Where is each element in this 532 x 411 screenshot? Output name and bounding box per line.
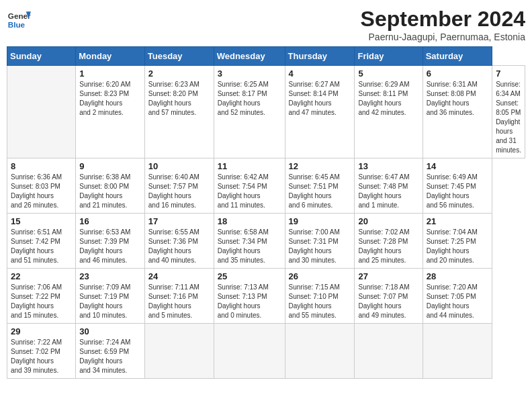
day-cell: 5 Sunrise: 6:29 AMSunset: 8:11 PMDayligh… [355, 66, 423, 158]
day-number: 21 [427, 216, 488, 226]
day-number: 25 [218, 271, 281, 281]
svg-text:Blue: Blue [8, 20, 26, 29]
day-info: Sunrise: 7:15 AMSunset: 7:10 PMDaylight … [289, 283, 351, 320]
month-year: September 2024 [361, 7, 525, 32]
weekday-header: Wednesday [214, 47, 285, 66]
weekday-header: Friday [355, 47, 423, 66]
day-number: 29 [11, 326, 72, 336]
day-number: 12 [289, 161, 351, 171]
day-number: 4 [289, 68, 351, 79]
day-info: Sunrise: 6:51 AMSunset: 7:42 PMDaylight … [11, 228, 72, 265]
day-number: 30 [79, 326, 141, 336]
day-number: 6 [427, 68, 488, 79]
day-number: 24 [148, 271, 210, 281]
day-info: Sunrise: 7:02 AMSunset: 7:28 PMDaylight … [358, 228, 418, 265]
weekday-header: Sunday [7, 47, 76, 66]
day-number: 11 [218, 161, 281, 171]
location: Paernu-Jaagupi, Paernumaa, Estonia [361, 32, 525, 42]
day-number: 15 [11, 216, 72, 226]
day-info: Sunrise: 7:22 AMSunset: 7:02 PMDaylight … [11, 338, 72, 375]
day-cell [214, 324, 285, 379]
day-cell: 6 Sunrise: 6:31 AMSunset: 8:08 PMDayligh… [423, 66, 492, 158]
day-info: Sunrise: 6:34 AMSunset: 8:05 PMDaylight … [496, 80, 521, 155]
day-info: Sunrise: 7:00 AMSunset: 7:31 PMDaylight … [289, 228, 351, 265]
day-cell: 22 Sunrise: 7:06 AMSunset: 7:22 PMDaylig… [7, 269, 76, 324]
calendar-week-row: 1 Sunrise: 6:20 AMSunset: 8:23 PMDayligh… [7, 66, 525, 158]
weekday-header: Saturday [423, 47, 492, 66]
day-number: 26 [289, 271, 351, 281]
day-cell: 27 Sunrise: 7:18 AMSunset: 7:07 PMDaylig… [355, 269, 423, 324]
day-info: Sunrise: 7:18 AMSunset: 7:07 PMDaylight … [358, 283, 418, 320]
day-number: 22 [11, 271, 72, 281]
day-cell: 21 Sunrise: 7:04 AMSunset: 7:25 PMDaylig… [423, 214, 492, 269]
day-cell [285, 324, 355, 379]
weekday-header-row: SundayMondayTuesdayWednesdayThursdayFrid… [7, 47, 525, 66]
day-info: Sunrise: 6:23 AMSunset: 8:20 PMDaylight … [148, 80, 210, 118]
day-number: 20 [358, 216, 418, 226]
day-info: Sunrise: 6:58 AMSunset: 7:34 PMDaylight … [218, 228, 281, 265]
day-number: 17 [148, 216, 210, 226]
day-number: 2 [148, 68, 210, 79]
day-cell: 17 Sunrise: 6:55 AMSunset: 7:36 PMDaylig… [144, 214, 214, 269]
day-info: Sunrise: 7:06 AMSunset: 7:22 PMDaylight … [11, 283, 72, 320]
day-number: 23 [79, 271, 141, 281]
day-cell: 29 Sunrise: 7:22 AMSunset: 7:02 PMDaylig… [7, 324, 76, 379]
day-cell: 19 Sunrise: 7:00 AMSunset: 7:31 PMDaylig… [285, 214, 355, 269]
day-info: Sunrise: 6:31 AMSunset: 8:08 PMDaylight … [427, 80, 488, 118]
logo: General Blue [7, 7, 31, 31]
day-info: Sunrise: 6:40 AMSunset: 7:57 PMDaylight … [148, 173, 210, 210]
day-cell: 4 Sunrise: 6:27 AMSunset: 8:14 PMDayligh… [285, 66, 355, 158]
page-header: General Blue September 2024 Paernu-Jaagu… [7, 7, 525, 42]
day-cell: 9 Sunrise: 6:38 AMSunset: 8:00 PMDayligh… [76, 158, 145, 214]
day-number: 28 [427, 271, 488, 281]
calendar-week-row: 8 Sunrise: 6:36 AMSunset: 8:03 PMDayligh… [7, 158, 525, 214]
day-cell: 13 Sunrise: 6:47 AMSunset: 7:48 PMDaylig… [355, 158, 423, 214]
day-cell: 2 Sunrise: 6:23 AMSunset: 8:20 PMDayligh… [144, 66, 214, 158]
day-info: Sunrise: 7:04 AMSunset: 7:25 PMDaylight … [427, 228, 488, 265]
day-info: Sunrise: 7:13 AMSunset: 7:13 PMDaylight … [218, 283, 281, 320]
day-number: 10 [148, 161, 210, 171]
weekday-header: Monday [76, 47, 145, 66]
day-cell: 24 Sunrise: 7:11 AMSunset: 7:16 PMDaylig… [144, 269, 214, 324]
empty-day-cell [7, 66, 76, 158]
day-info: Sunrise: 6:42 AMSunset: 7:54 PMDaylight … [218, 173, 281, 210]
day-cell: 26 Sunrise: 7:15 AMSunset: 7:10 PMDaylig… [285, 269, 355, 324]
day-number: 14 [427, 161, 488, 171]
day-cell: 1 Sunrise: 6:20 AMSunset: 8:23 PMDayligh… [76, 66, 145, 158]
day-cell: 12 Sunrise: 6:45 AMSunset: 7:51 PMDaylig… [285, 158, 355, 214]
day-cell: 10 Sunrise: 6:40 AMSunset: 7:57 PMDaylig… [144, 158, 214, 214]
day-cell: 30 Sunrise: 7:24 AMSunset: 6:59 PMDaylig… [76, 324, 145, 379]
day-info: Sunrise: 6:38 AMSunset: 8:00 PMDaylight … [79, 173, 141, 210]
day-info: Sunrise: 6:25 AMSunset: 8:17 PMDaylight … [218, 80, 281, 118]
day-number: 18 [218, 216, 281, 226]
day-cell: 7 Sunrise: 6:34 AMSunset: 8:05 PMDayligh… [492, 66, 525, 158]
day-cell [423, 324, 492, 379]
day-cell: 18 Sunrise: 6:58 AMSunset: 7:34 PMDaylig… [214, 214, 285, 269]
day-info: Sunrise: 6:45 AMSunset: 7:51 PMDaylight … [289, 173, 351, 210]
day-cell [355, 324, 423, 379]
day-number: 8 [11, 161, 72, 171]
day-cell: 14 Sunrise: 6:49 AMSunset: 7:45 PMDaylig… [423, 158, 492, 214]
day-info: Sunrise: 7:09 AMSunset: 7:19 PMDaylight … [79, 283, 141, 320]
day-info: Sunrise: 6:29 AMSunset: 8:11 PMDaylight … [358, 80, 418, 118]
day-cell: 28 Sunrise: 7:20 AMSunset: 7:05 PMDaylig… [423, 269, 492, 324]
calendar-week-row: 29 Sunrise: 7:22 AMSunset: 7:02 PMDaylig… [7, 324, 525, 379]
calendar-table: SundayMondayTuesdayWednesdayThursdayFrid… [7, 46, 525, 379]
day-cell: 3 Sunrise: 6:25 AMSunset: 8:17 PMDayligh… [214, 66, 285, 158]
day-number: 5 [358, 68, 418, 79]
day-info: Sunrise: 6:53 AMSunset: 7:39 PMDaylight … [79, 228, 141, 265]
day-cell: 16 Sunrise: 6:53 AMSunset: 7:39 PMDaylig… [76, 214, 145, 269]
day-info: Sunrise: 7:24 AMSunset: 6:59 PMDaylight … [79, 338, 141, 375]
day-cell: 8 Sunrise: 6:36 AMSunset: 8:03 PMDayligh… [7, 158, 76, 214]
day-number: 16 [79, 216, 141, 226]
day-number: 19 [289, 216, 351, 226]
day-info: Sunrise: 6:27 AMSunset: 8:14 PMDaylight … [289, 80, 351, 118]
day-number: 9 [79, 161, 141, 171]
calendar-week-row: 22 Sunrise: 7:06 AMSunset: 7:22 PMDaylig… [7, 269, 525, 324]
day-number: 13 [358, 161, 418, 171]
weekday-header: Thursday [285, 47, 355, 66]
weekday-header: Tuesday [144, 47, 214, 66]
day-info: Sunrise: 6:49 AMSunset: 7:45 PMDaylight … [427, 173, 488, 210]
day-info: Sunrise: 7:11 AMSunset: 7:16 PMDaylight … [148, 283, 210, 320]
title-area: September 2024 Paernu-Jaagupi, Paernumaa… [361, 7, 525, 42]
